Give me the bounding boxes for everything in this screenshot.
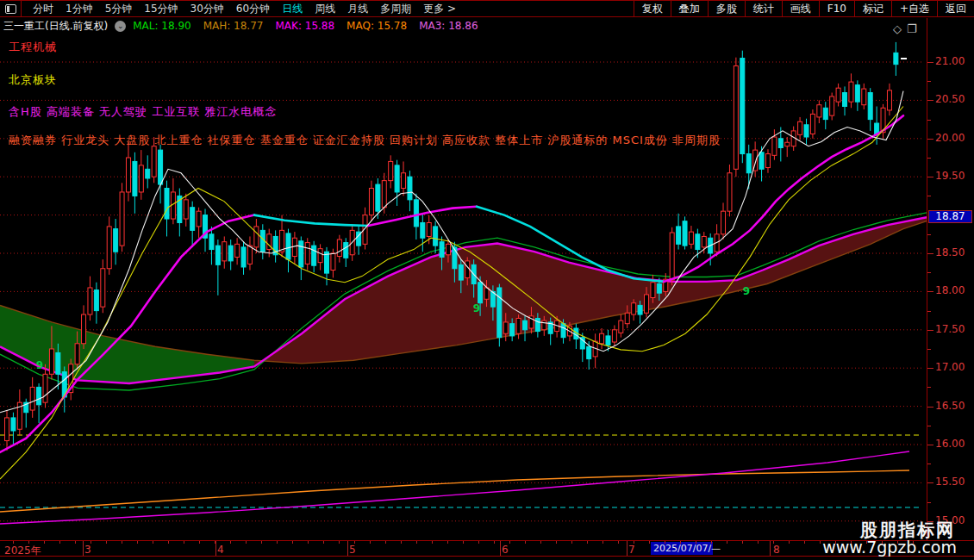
period-tabs: 分时1分钟5分钟15分钟30分钟60分钟日线周线月线多周期更多 >: [22, 2, 462, 16]
chart-title-bar: 三一重工(日线.前复权) ⌄ MAL: 18.90MAH: 18.77MAK: …: [0, 18, 926, 34]
button-标记[interactable]: 标记: [854, 1, 891, 16]
panel-toggle-button[interactable]: [0, 1, 22, 16]
tab-60分钟[interactable]: 60分钟: [230, 2, 276, 16]
tab-多周期[interactable]: 多周期: [374, 2, 417, 16]
candlestick-chart[interactable]: 999: [0, 0, 974, 560]
indicator-value-MAQ: MAQ: 15.78: [347, 20, 407, 32]
tab-更多 >[interactable]: 更多 >: [417, 2, 462, 16]
tab-30分钟[interactable]: 30分钟: [184, 2, 230, 16]
button-+自选[interactable]: +自选: [891, 1, 937, 16]
tab-日线[interactable]: 日线: [276, 2, 309, 16]
price-label-18.00: 18.00: [935, 284, 965, 296]
indicator-value-MA3: MA3: 18.86: [419, 20, 478, 32]
price-label-17.50: 17.50: [935, 323, 965, 335]
stock-chart-app: 分时1分钟5分钟15分钟30分钟60分钟日线周线月线多周期更多 > 复权叠加多股…: [0, 0, 974, 560]
svg-text:9: 9: [36, 359, 43, 371]
tab-15分钟[interactable]: 15分钟: [138, 2, 184, 16]
region-label: 北京板块: [9, 72, 57, 88]
svg-text:9: 9: [743, 285, 750, 297]
tab-5分钟[interactable]: 5分钟: [99, 2, 139, 16]
attribute-tags-label: 融资融券 行业龙头 大盘股 北上重仓 社保重仓 基金重仓 证金汇金持股 回购计划…: [9, 133, 721, 148]
indicator-value-MAK: MAK: 15.88: [275, 20, 334, 32]
price-label-17.00: 17.00: [935, 361, 965, 373]
month-label-6: 6: [502, 544, 509, 556]
tab-1分钟[interactable]: 1分钟: [59, 2, 99, 16]
selected-date-badge: 2025/07/07/—: [651, 542, 713, 555]
price-label-19.50: 19.50: [935, 170, 965, 182]
price-label-20.00: 20.00: [935, 132, 965, 144]
toolbar-action-buttons: 复权叠加多股统计画线F10标记+自选返回: [634, 1, 974, 16]
indicator-value-MAL: MAL: 18.90: [133, 20, 190, 32]
tab-周线[interactable]: 周线: [309, 2, 341, 16]
period-toolbar: 分时1分钟5分钟15分钟30分钟60分钟日线周线月线多周期更多 > 复权叠加多股…: [0, 0, 974, 17]
concept-tags-label: 含H股 高端装备 无人驾驶 工业互联 雅江水电概念: [9, 104, 277, 120]
indicator-values: MAL: 18.90MAH: 18.77MAK: 15.88MAQ: 15.78…: [133, 20, 490, 32]
price-label-15.50: 15.50: [935, 476, 965, 488]
price-label-16.50: 16.50: [935, 400, 965, 412]
stock-title: 三一重工(日线.前复权): [3, 19, 108, 34]
month-label-8: 8: [773, 544, 780, 556]
svg-text:9: 9: [473, 302, 480, 314]
month-label-7: 7: [628, 544, 635, 556]
price-label-18.50: 18.50: [935, 246, 965, 258]
watermark-site-url: www.7gpzb.com: [822, 538, 957, 557]
button-叠加[interactable]: 叠加: [671, 1, 708, 16]
year-label: 2025年: [4, 544, 41, 558]
month-label-4: 4: [217, 544, 224, 556]
price-label-20.50: 20.50: [935, 93, 965, 105]
price-label-16.00: 16.00: [935, 438, 965, 450]
price-label-21.00: 21.00: [935, 55, 965, 67]
panel-toggle-icon: [5, 4, 16, 14]
button-返回[interactable]: 返回: [937, 1, 974, 16]
button-多股[interactable]: 多股: [708, 1, 745, 16]
tab-分时[interactable]: 分时: [27, 2, 59, 16]
price-axis: 18.87 21.0020.5020.0019.5018.5018.0017.5…: [927, 18, 974, 540]
indicator-value-MAH: MAH: 18.77: [203, 20, 264, 32]
industry-label: 工程机械: [9, 40, 57, 55]
chevron-down-icon[interactable]: ⌄: [115, 21, 126, 32]
current-price-badge: 18.87: [928, 210, 972, 223]
month-label-5: 5: [349, 544, 356, 556]
button-统计[interactable]: 统计: [745, 1, 782, 16]
button-复权[interactable]: 复权: [634, 1, 671, 16]
button-画线[interactable]: 画线: [782, 1, 819, 16]
button-F10[interactable]: F10: [819, 1, 854, 16]
month-label-3: 3: [84, 544, 91, 556]
tab-月线[interactable]: 月线: [341, 2, 374, 16]
